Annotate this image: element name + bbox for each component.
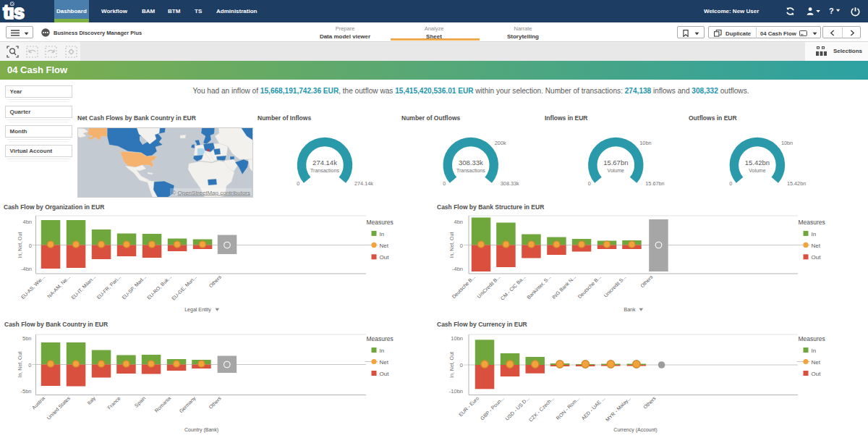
svg-text:-5bn: -5bn	[20, 388, 31, 395]
svg-text:In: In	[812, 348, 817, 354]
svg-text:5bn: 5bn	[22, 335, 32, 342]
svg-text:Net: Net	[380, 243, 389, 249]
svg-text:Others: Others	[208, 395, 222, 410]
svg-text:15.67bn: 15.67bn	[645, 180, 664, 187]
svg-text:United States: United States	[46, 395, 72, 421]
svg-text:France: France	[106, 395, 121, 410]
svg-text:GBP - Poun...: GBP - Poun...	[480, 395, 505, 421]
svg-text:Others: Others	[642, 395, 657, 410]
svg-text:-10bn: -10bn	[449, 388, 463, 395]
svg-text:Transactions: Transactions	[310, 168, 339, 173]
svg-text:0: 0	[443, 180, 446, 187]
svg-text:Transactions: Transactions	[456, 168, 485, 173]
svg-text:CZK - Czech...: CZK - Czech...	[528, 395, 555, 422]
svg-text:MYR - Malay...: MYR - Malay...	[605, 395, 632, 423]
svg-text:In: In	[812, 231, 817, 237]
svg-text:RON - Rom...: RON - Rom...	[556, 395, 581, 421]
svg-text:In: In	[380, 348, 385, 354]
svg-text:308.33k: 308.33k	[459, 159, 483, 167]
svg-text:308.33k: 308.33k	[501, 180, 519, 187]
svg-text:Volume: Volume	[749, 168, 765, 173]
svg-text:0: 0	[588, 180, 591, 187]
svg-text:4bn: 4bn	[454, 219, 463, 225]
svg-text:4bn: 4bn	[22, 219, 32, 225]
svg-text:0: 0	[29, 243, 32, 249]
svg-text:0: 0	[28, 362, 31, 368]
svg-text:Measures: Measures	[799, 219, 825, 226]
svg-text:EU-SP, Mad...: EU-SP, Mad...	[121, 274, 147, 300]
svg-text:200k: 200k	[495, 140, 506, 146]
svg-text:EU-GE, Mun...: EU-GE, Mun...	[171, 274, 197, 301]
svg-text:-4bn: -4bn	[452, 266, 463, 272]
svg-text:EU-RO, Buk...: EU-RO, Buk...	[146, 274, 172, 300]
svg-text:0: 0	[729, 180, 732, 187]
svg-text:Volume: Volume	[608, 168, 624, 173]
svg-text:Out: Out	[380, 254, 390, 261]
svg-text:In, Net, Out: In, Net, Out	[449, 352, 454, 378]
svg-text:274.14k: 274.14k	[312, 159, 337, 167]
svg-text:Bank: Bank	[624, 307, 636, 312]
svg-text:EUR - Euro: EUR - Euro	[458, 395, 480, 417]
svg-text:Germany: Germany	[178, 395, 197, 414]
svg-text:AED - UAE ...: AED - UAE ...	[580, 395, 605, 421]
svg-text:In, Net, Out: In, Net, Out	[17, 352, 22, 378]
svg-text:Unicredit S...: Unicredit S...	[603, 274, 626, 298]
svg-text:10bn: 10bn	[451, 335, 463, 342]
svg-text:Spain: Spain	[134, 395, 147, 408]
svg-text:Italy: Italy	[86, 395, 97, 406]
svg-text:Net: Net	[812, 243, 821, 249]
svg-text:In, Net, Out: In, Net, Out	[17, 232, 22, 258]
svg-text:EU-AS, Wie...: EU-AS, Wie...	[20, 274, 46, 300]
svg-text:NA-AM, Ne...: NA-AM, Ne...	[46, 274, 71, 299]
svg-text:15.42bn: 15.42bn	[787, 180, 806, 187]
svg-text:15.67bn: 15.67bn	[603, 159, 628, 167]
svg-text:CM - CIC Ba...: CM - CIC Ba...	[500, 274, 527, 301]
svg-text:0: 0	[460, 243, 463, 249]
svg-text:Country (Bank): Country (Bank)	[184, 427, 218, 433]
svg-text:In: In	[380, 231, 385, 237]
svg-text:Measures: Measures	[367, 335, 393, 342]
svg-text:-4bn: -4bn	[21, 266, 32, 272]
svg-text:© OpenStreetMap contributors: © OpenStreetMap contributors	[171, 190, 250, 196]
svg-text:EU-FR, Pari...: EU-FR, Pari...	[95, 274, 122, 300]
svg-text:15.42bn: 15.42bn	[745, 159, 770, 167]
svg-text:UniCredit B...: UniCredit B...	[476, 274, 501, 299]
svg-text:10bn: 10bn	[781, 140, 793, 146]
svg-text:Deutsche B...: Deutsche B...	[451, 274, 477, 300]
svg-text:0: 0	[297, 180, 299, 187]
svg-text:Deutsche B...: Deutsche B...	[577, 274, 603, 300]
svg-text:EU-IT, Milan...: EU-IT, Milan...	[70, 274, 96, 300]
svg-text:10bn: 10bn	[639, 140, 651, 146]
svg-text:In, Net, Out: In, Net, Out	[449, 232, 454, 258]
svg-text:0: 0	[460, 362, 463, 368]
svg-text:Legal Entity: Legal Entity	[184, 307, 211, 313]
svg-text:Out: Out	[812, 371, 822, 377]
svg-text:Others: Others	[208, 274, 222, 288]
svg-text:USD - US D...: USD - US D...	[504, 395, 530, 421]
svg-text:ING Bank N...: ING Bank N...	[551, 274, 577, 300]
svg-text:Measures: Measures	[799, 335, 825, 342]
svg-text:Romania: Romania	[153, 395, 171, 413]
svg-text:Net: Net	[380, 359, 389, 366]
svg-text:Net: Net	[812, 359, 821, 366]
svg-text:Others: Others	[639, 274, 654, 288]
svg-text:Austria: Austria	[31, 395, 46, 410]
svg-text:Out: Out	[812, 254, 822, 261]
svg-text:Measures: Measures	[367, 219, 393, 226]
svg-text:Bankinter, S...: Bankinter, S...	[526, 274, 552, 300]
svg-text:Out: Out	[380, 371, 390, 377]
svg-text:Currency (Account): Currency (Account)	[613, 427, 657, 433]
svg-text:274.14k: 274.14k	[354, 180, 373, 187]
